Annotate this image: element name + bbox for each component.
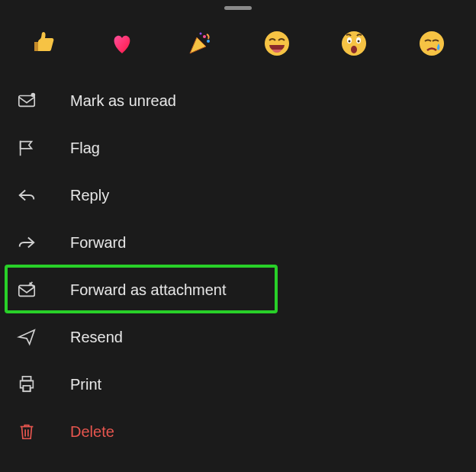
svg-point-2	[200, 33, 202, 35]
resend-icon	[17, 327, 70, 347]
svg-point-0	[203, 35, 206, 38]
menu-item-label: Print	[70, 376, 101, 393]
svg-rect-11	[19, 96, 34, 107]
drag-handle[interactable]	[224, 6, 252, 10]
menu-item-label: Forward as attachment	[70, 281, 227, 299]
menu-item-print[interactable]: Print	[0, 361, 476, 408]
menu-item-delete[interactable]: Delete	[0, 408, 476, 455]
reaction-thumbs-up[interactable]	[29, 28, 60, 59]
menu-item-label: Reply	[70, 187, 109, 204]
reaction-surprised[interactable]	[339, 28, 369, 59]
svg-point-7	[349, 40, 351, 43]
menu-item-reply[interactable]: Reply	[0, 172, 476, 219]
thumbs-up-icon	[31, 31, 57, 56]
menu-item-mark-unread[interactable]: Mark as unread	[0, 77, 476, 124]
reaction-party[interactable]	[184, 28, 214, 59]
svg-rect-14	[22, 377, 31, 381]
svg-point-12	[31, 93, 36, 98]
reaction-laugh[interactable]	[262, 28, 292, 59]
svg-point-10	[420, 31, 444, 56]
menu-item-label: Resend	[70, 329, 123, 346]
svg-rect-15	[23, 386, 30, 391]
reaction-row	[0, 21, 476, 66]
print-icon	[17, 374, 70, 394]
svg-point-8	[358, 40, 360, 43]
menu-list: Mark as unread Flag Reply	[0, 77, 476, 455]
menu-item-label: Forward	[70, 234, 126, 252]
menu-item-label: Delete	[70, 423, 114, 441]
context-menu-sheet: Mark as unread Flag Reply	[0, 6, 476, 472]
menu-item-flag[interactable]: Flag	[0, 124, 476, 172]
sad-icon	[418, 30, 445, 57]
party-icon	[186, 31, 212, 56]
forward-icon	[17, 233, 70, 252]
laugh-icon	[263, 30, 291, 57]
menu-item-label: Mark as unread	[70, 92, 176, 110]
svg-point-9	[351, 46, 357, 53]
delete-icon	[17, 422, 70, 441]
menu-item-resend[interactable]: Resend	[0, 313, 476, 361]
heart-icon	[109, 31, 135, 56]
menu-item-forward[interactable]: Forward	[0, 219, 476, 266]
mark-unread-icon	[17, 91, 70, 111]
flag-icon	[17, 138, 70, 158]
surprised-icon	[340, 30, 368, 57]
svg-rect-13	[19, 285, 34, 296]
svg-point-1	[207, 40, 210, 43]
reaction-sad[interactable]	[416, 28, 447, 59]
forward-attachment-icon	[17, 280, 70, 300]
menu-item-label: Flag	[70, 140, 100, 157]
menu-item-forward-attachment[interactable]: Forward as attachment	[0, 266, 476, 313]
reaction-heart[interactable]	[107, 28, 137, 59]
reply-icon	[17, 185, 70, 205]
